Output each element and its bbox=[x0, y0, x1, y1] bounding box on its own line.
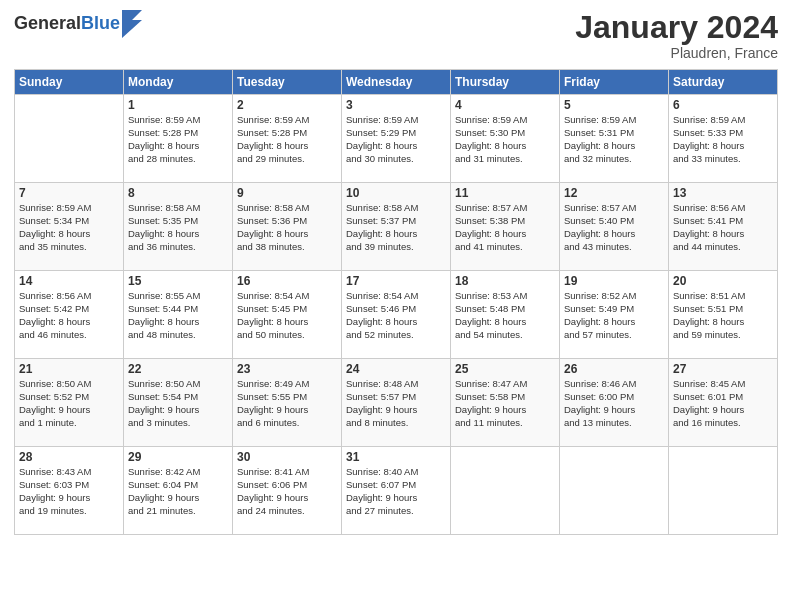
cell-content: Sunrise: 8:46 AMSunset: 6:00 PMDaylight:… bbox=[564, 378, 664, 429]
day-number: 9 bbox=[237, 186, 337, 200]
logo: GeneralBlue bbox=[14, 10, 142, 38]
cell-content: Sunrise: 8:40 AMSunset: 6:07 PMDaylight:… bbox=[346, 466, 446, 517]
calendar-cell bbox=[560, 447, 669, 535]
day-header-thursday: Thursday bbox=[451, 70, 560, 95]
calendar-cell: 4Sunrise: 8:59 AMSunset: 5:30 PMDaylight… bbox=[451, 95, 560, 183]
calendar-cell: 27Sunrise: 8:45 AMSunset: 6:01 PMDayligh… bbox=[669, 359, 778, 447]
day-number: 12 bbox=[564, 186, 664, 200]
cell-content: Sunrise: 8:58 AMSunset: 5:36 PMDaylight:… bbox=[237, 202, 337, 253]
calendar-cell: 20Sunrise: 8:51 AMSunset: 5:51 PMDayligh… bbox=[669, 271, 778, 359]
day-number: 21 bbox=[19, 362, 119, 376]
month-title: January 2024 bbox=[575, 10, 778, 45]
day-number: 31 bbox=[346, 450, 446, 464]
day-number: 29 bbox=[128, 450, 228, 464]
page: GeneralBlue January 2024 Plaudren, Franc… bbox=[0, 0, 792, 612]
cell-content: Sunrise: 8:59 AMSunset: 5:28 PMDaylight:… bbox=[128, 114, 228, 165]
day-number: 24 bbox=[346, 362, 446, 376]
cell-content: Sunrise: 8:48 AMSunset: 5:57 PMDaylight:… bbox=[346, 378, 446, 429]
day-number: 18 bbox=[455, 274, 555, 288]
day-number: 14 bbox=[19, 274, 119, 288]
cell-content: Sunrise: 8:58 AMSunset: 5:37 PMDaylight:… bbox=[346, 202, 446, 253]
day-number: 5 bbox=[564, 98, 664, 112]
cell-content: Sunrise: 8:59 AMSunset: 5:30 PMDaylight:… bbox=[455, 114, 555, 165]
calendar-cell: 12Sunrise: 8:57 AMSunset: 5:40 PMDayligh… bbox=[560, 183, 669, 271]
calendar-cell: 13Sunrise: 8:56 AMSunset: 5:41 PMDayligh… bbox=[669, 183, 778, 271]
cell-content: Sunrise: 8:50 AMSunset: 5:52 PMDaylight:… bbox=[19, 378, 119, 429]
calendar-cell: 28Sunrise: 8:43 AMSunset: 6:03 PMDayligh… bbox=[15, 447, 124, 535]
calendar-cell: 31Sunrise: 8:40 AMSunset: 6:07 PMDayligh… bbox=[342, 447, 451, 535]
calendar-cell bbox=[451, 447, 560, 535]
week-row-5: 28Sunrise: 8:43 AMSunset: 6:03 PMDayligh… bbox=[15, 447, 778, 535]
calendar-cell: 19Sunrise: 8:52 AMSunset: 5:49 PMDayligh… bbox=[560, 271, 669, 359]
week-row-1: 1Sunrise: 8:59 AMSunset: 5:28 PMDaylight… bbox=[15, 95, 778, 183]
calendar-cell: 16Sunrise: 8:54 AMSunset: 5:45 PMDayligh… bbox=[233, 271, 342, 359]
day-number: 8 bbox=[128, 186, 228, 200]
calendar-cell: 23Sunrise: 8:49 AMSunset: 5:55 PMDayligh… bbox=[233, 359, 342, 447]
day-number: 2 bbox=[237, 98, 337, 112]
day-header-wednesday: Wednesday bbox=[342, 70, 451, 95]
calendar-cell bbox=[15, 95, 124, 183]
week-row-3: 14Sunrise: 8:56 AMSunset: 5:42 PMDayligh… bbox=[15, 271, 778, 359]
cell-content: Sunrise: 8:58 AMSunset: 5:35 PMDaylight:… bbox=[128, 202, 228, 253]
cell-content: Sunrise: 8:59 AMSunset: 5:28 PMDaylight:… bbox=[237, 114, 337, 165]
logo-general: GeneralBlue bbox=[14, 14, 120, 34]
day-number: 4 bbox=[455, 98, 555, 112]
day-header-saturday: Saturday bbox=[669, 70, 778, 95]
day-header-friday: Friday bbox=[560, 70, 669, 95]
cell-content: Sunrise: 8:54 AMSunset: 5:45 PMDaylight:… bbox=[237, 290, 337, 341]
day-number: 10 bbox=[346, 186, 446, 200]
day-number: 11 bbox=[455, 186, 555, 200]
day-number: 13 bbox=[673, 186, 773, 200]
day-header-sunday: Sunday bbox=[15, 70, 124, 95]
cell-content: Sunrise: 8:41 AMSunset: 6:06 PMDaylight:… bbox=[237, 466, 337, 517]
svg-marker-0 bbox=[122, 10, 142, 38]
calendar-table: SundayMondayTuesdayWednesdayThursdayFrid… bbox=[14, 69, 778, 535]
day-number: 26 bbox=[564, 362, 664, 376]
day-number: 1 bbox=[128, 98, 228, 112]
calendar-cell: 30Sunrise: 8:41 AMSunset: 6:06 PMDayligh… bbox=[233, 447, 342, 535]
day-number: 20 bbox=[673, 274, 773, 288]
cell-content: Sunrise: 8:59 AMSunset: 5:31 PMDaylight:… bbox=[564, 114, 664, 165]
cell-content: Sunrise: 8:51 AMSunset: 5:51 PMDaylight:… bbox=[673, 290, 773, 341]
week-row-2: 7Sunrise: 8:59 AMSunset: 5:34 PMDaylight… bbox=[15, 183, 778, 271]
calendar-cell: 25Sunrise: 8:47 AMSunset: 5:58 PMDayligh… bbox=[451, 359, 560, 447]
cell-content: Sunrise: 8:49 AMSunset: 5:55 PMDaylight:… bbox=[237, 378, 337, 429]
cell-content: Sunrise: 8:45 AMSunset: 6:01 PMDaylight:… bbox=[673, 378, 773, 429]
header-row: SundayMondayTuesdayWednesdayThursdayFrid… bbox=[15, 70, 778, 95]
location: Plaudren, France bbox=[575, 45, 778, 61]
cell-content: Sunrise: 8:56 AMSunset: 5:42 PMDaylight:… bbox=[19, 290, 119, 341]
calendar-cell: 2Sunrise: 8:59 AMSunset: 5:28 PMDaylight… bbox=[233, 95, 342, 183]
calendar-cell: 9Sunrise: 8:58 AMSunset: 5:36 PMDaylight… bbox=[233, 183, 342, 271]
week-row-4: 21Sunrise: 8:50 AMSunset: 5:52 PMDayligh… bbox=[15, 359, 778, 447]
cell-content: Sunrise: 8:59 AMSunset: 5:29 PMDaylight:… bbox=[346, 114, 446, 165]
calendar-cell: 18Sunrise: 8:53 AMSunset: 5:48 PMDayligh… bbox=[451, 271, 560, 359]
day-number: 22 bbox=[128, 362, 228, 376]
day-number: 17 bbox=[346, 274, 446, 288]
title-block: January 2024 Plaudren, France bbox=[575, 10, 778, 61]
logo-icon bbox=[122, 10, 142, 38]
calendar-cell: 11Sunrise: 8:57 AMSunset: 5:38 PMDayligh… bbox=[451, 183, 560, 271]
day-number: 23 bbox=[237, 362, 337, 376]
cell-content: Sunrise: 8:57 AMSunset: 5:38 PMDaylight:… bbox=[455, 202, 555, 253]
calendar-cell bbox=[669, 447, 778, 535]
calendar-cell: 29Sunrise: 8:42 AMSunset: 6:04 PMDayligh… bbox=[124, 447, 233, 535]
calendar-cell: 21Sunrise: 8:50 AMSunset: 5:52 PMDayligh… bbox=[15, 359, 124, 447]
calendar-cell: 10Sunrise: 8:58 AMSunset: 5:37 PMDayligh… bbox=[342, 183, 451, 271]
calendar-cell: 1Sunrise: 8:59 AMSunset: 5:28 PMDaylight… bbox=[124, 95, 233, 183]
calendar-cell: 3Sunrise: 8:59 AMSunset: 5:29 PMDaylight… bbox=[342, 95, 451, 183]
cell-content: Sunrise: 8:59 AMSunset: 5:34 PMDaylight:… bbox=[19, 202, 119, 253]
calendar-cell: 24Sunrise: 8:48 AMSunset: 5:57 PMDayligh… bbox=[342, 359, 451, 447]
cell-content: Sunrise: 8:50 AMSunset: 5:54 PMDaylight:… bbox=[128, 378, 228, 429]
calendar-cell: 8Sunrise: 8:58 AMSunset: 5:35 PMDaylight… bbox=[124, 183, 233, 271]
cell-content: Sunrise: 8:43 AMSunset: 6:03 PMDaylight:… bbox=[19, 466, 119, 517]
calendar-cell: 7Sunrise: 8:59 AMSunset: 5:34 PMDaylight… bbox=[15, 183, 124, 271]
day-number: 19 bbox=[564, 274, 664, 288]
day-number: 7 bbox=[19, 186, 119, 200]
calendar-cell: 26Sunrise: 8:46 AMSunset: 6:00 PMDayligh… bbox=[560, 359, 669, 447]
logo-text: GeneralBlue bbox=[14, 14, 120, 34]
cell-content: Sunrise: 8:47 AMSunset: 5:58 PMDaylight:… bbox=[455, 378, 555, 429]
day-number: 25 bbox=[455, 362, 555, 376]
day-number: 16 bbox=[237, 274, 337, 288]
day-number: 28 bbox=[19, 450, 119, 464]
day-number: 30 bbox=[237, 450, 337, 464]
